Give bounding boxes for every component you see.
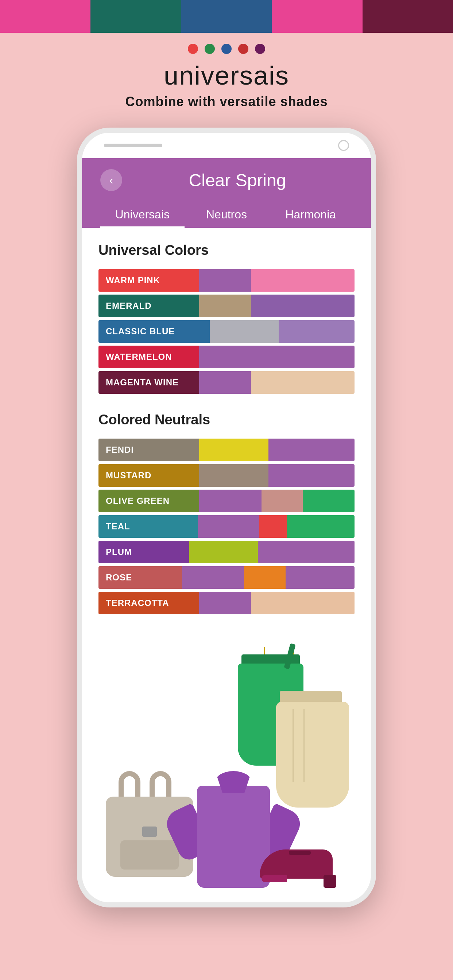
color-row-emerald[interactable]: EMERALD xyxy=(99,294,354,317)
color-row-warm-pink[interactable]: WARM PINK xyxy=(99,269,354,292)
app-screen-title: Clear Spring xyxy=(122,170,353,190)
universal-color-rows: WARM PINK EMERALD CLASSIC BLUE xyxy=(99,269,354,394)
bag-front-pocket xyxy=(120,840,179,870)
section-title-universal: Universal Colors xyxy=(99,242,354,258)
watermelon-label: WATERMELON xyxy=(99,345,199,368)
tagline: Combine with versatile shades xyxy=(125,94,327,110)
magenta-wine-seg3 xyxy=(251,371,354,394)
strip-seg-1 xyxy=(0,0,91,33)
olive-green-seg3 xyxy=(262,490,303,512)
header: universais Combine with versatile shades xyxy=(0,33,453,127)
dot-1 xyxy=(188,44,198,54)
top-body xyxy=(197,786,270,888)
red-shoes xyxy=(260,829,351,888)
teal-seg3 xyxy=(259,515,287,538)
top-color-strip xyxy=(0,0,453,33)
app-header-top: ‹ Clear Spring xyxy=(100,169,353,191)
color-row-olive-green[interactable]: OLIVE GREEN xyxy=(99,490,354,512)
color-row-magenta-wine[interactable]: MAGENTA WINE xyxy=(99,371,354,394)
strip-seg-5 xyxy=(362,0,453,33)
dot-3 xyxy=(222,44,231,54)
beige-skirt-pleat2 xyxy=(303,709,305,782)
fashion-items-area xyxy=(99,633,354,888)
color-row-mustard[interactable]: MUSTARD xyxy=(99,464,354,487)
strip-seg-4 xyxy=(272,0,362,33)
teal-seg4 xyxy=(287,515,354,538)
color-row-teal[interactable]: TEAL xyxy=(99,515,354,538)
classic-blue-seg3 xyxy=(279,320,354,343)
classic-blue-label: CLASSIC BLUE xyxy=(99,320,210,343)
mustard-seg2 xyxy=(199,464,268,487)
tab-universais[interactable]: Universais xyxy=(100,201,185,228)
watermelon-seg2 xyxy=(199,345,354,368)
app-tabs[interactable]: Universais Neutros Harmonia xyxy=(100,201,353,228)
warm-pink-seg3 xyxy=(251,269,354,292)
mustard-label: MUSTARD xyxy=(99,464,199,487)
terracotta-seg2 xyxy=(199,592,251,614)
beige-skirt-pleat xyxy=(292,709,293,782)
shoe-toe xyxy=(262,875,287,882)
rose-seg2 xyxy=(182,566,244,589)
bag-clasp xyxy=(142,827,157,837)
emerald-seg3 xyxy=(251,294,354,317)
magenta-wine-seg2 xyxy=(199,371,251,394)
phone-notch xyxy=(82,133,371,158)
phone-mockup: ‹ Clear Spring Universais Neutros Harmon… xyxy=(77,127,376,907)
notch-bar xyxy=(104,144,162,147)
magenta-wine-label: MAGENTA WINE xyxy=(99,371,199,394)
tab-harmonia[interactable]: Harmonia xyxy=(268,201,353,228)
rose-seg4 xyxy=(286,566,354,589)
neutral-color-rows: FENDI MUSTARD OLIVE GREEN xyxy=(99,439,354,614)
rose-seg3 xyxy=(244,566,285,589)
color-row-plum[interactable]: PLUM xyxy=(99,541,354,563)
olive-green-label: OLIVE GREEN xyxy=(99,490,199,512)
color-row-fendi[interactable]: FENDI xyxy=(99,439,354,461)
notch-circle xyxy=(338,140,349,151)
olive-green-seg4 xyxy=(303,490,354,512)
brand-dots xyxy=(188,44,265,54)
app-name: universais xyxy=(164,60,289,91)
beige-skirt xyxy=(274,662,351,815)
color-row-watermelon[interactable]: WATERMELON xyxy=(99,345,354,368)
phone-wrapper: ‹ Clear Spring Universais Neutros Harmon… xyxy=(0,127,453,907)
color-row-rose[interactable]: ROSE xyxy=(99,566,354,589)
fendi-seg3 xyxy=(268,439,354,461)
rose-label: ROSE xyxy=(99,566,182,589)
fendi-label: FENDI xyxy=(99,439,199,461)
app-header: ‹ Clear Spring Universais Neutros Harmon… xyxy=(82,158,371,228)
tab-neutros[interactable]: Neutros xyxy=(185,201,269,228)
warm-pink-seg2 xyxy=(199,269,251,292)
section-title-neutrals: Colored Neutrals xyxy=(99,412,354,428)
plum-label: PLUM xyxy=(99,541,189,563)
emerald-seg2 xyxy=(199,294,251,317)
terracotta-label: TERRACOTTA xyxy=(99,592,199,614)
dot-2 xyxy=(205,44,215,54)
classic-blue-seg2 xyxy=(210,320,279,343)
teal-seg2 xyxy=(198,515,259,538)
back-button[interactable]: ‹ xyxy=(100,169,122,191)
dot-5 xyxy=(255,44,265,54)
shoe-heel xyxy=(324,875,336,888)
strip-seg-2 xyxy=(91,0,181,33)
shoe-strap xyxy=(289,851,311,855)
olive-green-seg2 xyxy=(199,490,261,512)
plum-seg3 xyxy=(258,541,354,563)
dot-4 xyxy=(238,44,248,54)
color-row-terracotta[interactable]: TERRACOTTA xyxy=(99,592,354,614)
strip-seg-3 xyxy=(181,0,272,33)
terracotta-seg3 xyxy=(251,592,354,614)
mustard-seg3 xyxy=(268,464,354,487)
app-content: Universal Colors WARM PINK EMERALD CLASS… xyxy=(82,228,371,902)
color-row-classic-blue[interactable]: CLASSIC BLUE xyxy=(99,320,354,343)
fendi-seg2 xyxy=(199,439,268,461)
warm-pink-label: WARM PINK xyxy=(99,269,199,292)
emerald-label: EMERALD xyxy=(99,294,199,317)
teal-label: TEAL xyxy=(99,515,198,538)
plum-seg2 xyxy=(189,541,258,563)
beige-skirt-body xyxy=(276,702,349,808)
